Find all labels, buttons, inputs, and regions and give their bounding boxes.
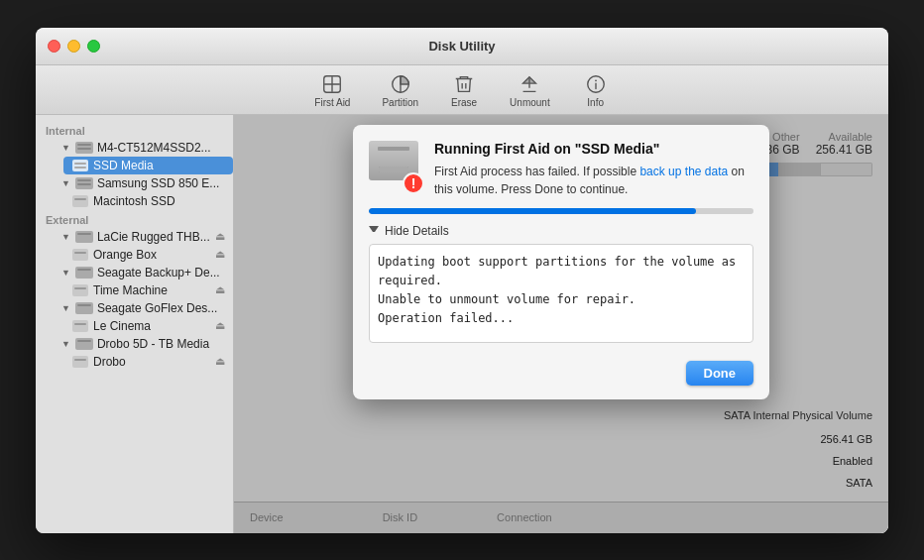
svg-rect-12 xyxy=(77,148,91,150)
svg-rect-34 xyxy=(77,340,91,342)
toolbar-label-unmount: Unmount xyxy=(510,97,550,108)
unmount-icon xyxy=(516,73,543,95)
toolbar-label-partition: Partition xyxy=(382,97,418,108)
minimize-button[interactable] xyxy=(67,40,80,53)
maximize-button[interactable] xyxy=(87,40,100,53)
expand-triangle: ▼ xyxy=(61,303,70,313)
sidebar-item-lacie-rugged[interactable]: ▼ LaCie Rugged THB... ⏏ xyxy=(54,228,233,246)
toolbar-label-erase: Erase xyxy=(451,97,477,108)
sidebar-item-seagate-backup[interactable]: ▼ Seagate Backup+ De... xyxy=(54,264,233,281)
sidebar-item-samsung-850[interactable]: ▼ Samsung SSD 850 E... xyxy=(54,174,233,192)
sidebar-item-drobo-5d[interactable]: ▼ Drobo 5D - TB Media xyxy=(54,335,233,353)
sidebar-item-label: Seagate Backup+ De... xyxy=(97,266,220,280)
toolbar-label-info: Info xyxy=(587,97,604,108)
svg-rect-17 xyxy=(77,179,91,181)
sidebar-item-label: Le Cinema xyxy=(93,319,151,333)
sidebar-item-macintosh-ssd[interactable]: Macintosh SSD xyxy=(63,192,233,210)
sidebar-item-label: Seagate GoFlex Des... xyxy=(97,301,217,315)
details-line-3: Operation failed... xyxy=(378,309,745,328)
sidebar-item-drobo[interactable]: Drobo ⏏ xyxy=(63,353,233,371)
eject-icon[interactable]: ⏏ xyxy=(215,230,225,243)
eject-icon[interactable]: ⏏ xyxy=(215,248,225,261)
details-line-2: Unable to unmount volume for repair. xyxy=(378,290,745,309)
window-title: Disk Utility xyxy=(428,39,495,54)
titlebar: Disk Utility xyxy=(36,28,888,65)
expand-triangle: ▼ xyxy=(61,339,70,349)
modal-disk-icon-container: ! xyxy=(369,141,420,192)
first-aid-dialog: ! Running First Aid on "SSD Media" First… xyxy=(353,125,769,399)
details-toggle[interactable]: Hide Details xyxy=(353,214,769,244)
sidebar-item-time-machine[interactable]: Time Machine ⏏ xyxy=(63,281,233,299)
modal-header: ! Running First Aid on "SSD Media" First… xyxy=(353,125,769,208)
modal-title: Running First Aid on "SSD Media" xyxy=(434,141,753,157)
details-line-1: Updating boot support partitions for the… xyxy=(378,253,745,290)
svg-rect-26 xyxy=(77,269,91,271)
backup-link[interactable]: back up the data xyxy=(639,165,728,178)
expand-triangle: ▼ xyxy=(61,178,70,188)
volume-icon xyxy=(71,194,89,208)
expand-triangle: ▼ xyxy=(61,232,70,242)
content-area: Other 255.36 GB Available 256.41 GB xyxy=(234,115,888,533)
svg-rect-14 xyxy=(74,163,86,165)
sidebar-item-le-cinema[interactable]: Le Cinema ⏏ xyxy=(63,317,233,335)
done-button[interactable]: Done xyxy=(686,361,754,386)
svg-rect-19 xyxy=(72,195,88,207)
traffic-lights xyxy=(48,40,100,53)
svg-rect-28 xyxy=(74,287,86,289)
volume-icon xyxy=(71,355,89,369)
svg-rect-21 xyxy=(75,231,93,243)
sidebar-item-label: Orange Box xyxy=(93,248,157,262)
expand-triangle: ▼ xyxy=(61,143,70,153)
sidebar-item-label: Time Machine xyxy=(93,283,168,297)
svg-rect-23 xyxy=(72,249,88,261)
disk-icon xyxy=(75,301,93,315)
main-area: Internal ▼ M4-CT512M4SSD2... SSD Media ▼ xyxy=(36,115,888,533)
svg-rect-32 xyxy=(74,323,86,325)
close-button[interactable] xyxy=(48,40,60,53)
toolbar-item-unmount[interactable]: Unmount xyxy=(494,71,566,110)
toolbar-item-partition[interactable]: Partition xyxy=(366,71,434,110)
toolbar-item-erase[interactable]: Erase xyxy=(434,71,494,110)
svg-rect-33 xyxy=(75,338,93,350)
svg-rect-22 xyxy=(77,233,91,235)
eject-icon[interactable]: ⏏ xyxy=(215,355,225,368)
sidebar-item-seagate-goflex[interactable]: ▼ Seagate GoFlex Des... xyxy=(54,299,233,317)
svg-rect-13 xyxy=(72,160,88,171)
svg-rect-18 xyxy=(77,183,91,185)
svg-rect-15 xyxy=(74,167,86,168)
svg-rect-24 xyxy=(74,252,86,254)
sidebar-item-label: LaCie Rugged THB... xyxy=(97,230,210,244)
sidebar-item-label: Drobo 5D - TB Media xyxy=(97,337,209,351)
toolbar-item-first-aid[interactable]: First Aid xyxy=(298,71,366,110)
expand-triangle: ▼ xyxy=(61,268,70,278)
sidebar-item-orange-box[interactable]: Orange Box ⏏ xyxy=(63,246,233,264)
volume-icon xyxy=(71,319,89,333)
eject-icon[interactable]: ⏏ xyxy=(215,319,225,332)
toolbar-label-first-aid: First Aid xyxy=(314,97,350,108)
main-window: Disk Utility First Aid Partition xyxy=(36,28,888,533)
sidebar-item-m4-ct512[interactable]: ▼ M4-CT512M4SSD2... xyxy=(54,139,233,157)
details-arrow-icon xyxy=(369,226,379,236)
toolbar-item-info[interactable]: Info xyxy=(566,71,626,110)
modal-overlay: ! Running First Aid on "SSD Media" First… xyxy=(234,115,888,533)
first-aid-icon xyxy=(318,73,346,95)
sidebar-item-label: Drobo xyxy=(93,355,126,369)
svg-rect-30 xyxy=(77,304,91,306)
sidebar-item-ssd-media[interactable]: SSD Media xyxy=(63,157,233,174)
modal-text: Running First Aid on "SSD Media" First A… xyxy=(434,141,753,198)
disk-icon xyxy=(75,337,93,351)
modal-footer: Done xyxy=(353,353,769,399)
warning-badge: ! xyxy=(403,172,424,194)
svg-rect-36 xyxy=(74,359,86,361)
disk-icon xyxy=(75,266,93,280)
sidebar-section-external: External xyxy=(36,210,233,228)
sidebar: Internal ▼ M4-CT512M4SSD2... SSD Media ▼ xyxy=(36,115,234,533)
volume-icon xyxy=(71,159,89,172)
eject-icon[interactable]: ⏏ xyxy=(215,283,225,296)
modal-description: First Aid process has failed. If possibl… xyxy=(434,163,753,198)
svg-rect-11 xyxy=(77,144,91,146)
sidebar-section-internal: Internal xyxy=(36,121,233,139)
svg-rect-29 xyxy=(75,302,93,314)
disk-icon xyxy=(75,176,93,190)
svg-rect-27 xyxy=(72,284,88,296)
